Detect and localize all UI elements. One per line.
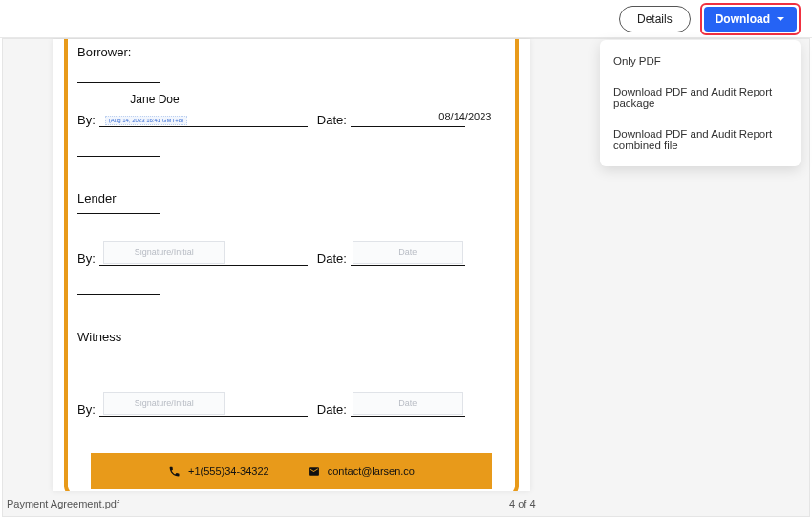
document-page[interactable]: Borrower: Jane Doe By: (Aug 14, 2023 16:… [53,39,530,491]
borrower-signature-stamp: (Aug 14, 2023 16:41 GMT+8) [105,116,187,125]
footer-email-value: contact@larsen.co [328,465,415,477]
document-filename: Payment Agreement.pdf [7,498,119,509]
witness-by-row: By: Signature/Initial Date: Date [77,398,505,417]
lender-extra-line [77,294,160,295]
lender-by-row: By: Signature/Initial Date: Date [77,247,505,266]
lender-date-label: Date: [317,251,347,266]
menu-item-only-pdf[interactable]: Only PDF [600,46,801,76]
page-content: Borrower: Jane Doe By: (Aug 14, 2023 16:… [64,39,519,491]
lender-name-line [77,213,160,214]
witness-date-label: Date: [317,402,347,417]
phone-icon [168,465,181,478]
download-button[interactable]: Download [704,7,797,32]
lender-signature-line: Signature/Initial [99,247,308,266]
download-button-label: Download [716,12,770,26]
witness-label: Witness [77,330,505,344]
mail-icon [308,465,320,478]
details-button[interactable]: Details [619,6,691,32]
witness-signature-placeholder[interactable]: Signature/Initial [103,392,225,415]
lender-by-label: By: [77,251,96,266]
download-menu: Only PDF Download PDF and Audit Report p… [600,40,801,166]
borrower-date-line: 08/14/2023 [351,108,465,127]
menu-item-pdf-audit-package[interactable]: Download PDF and Audit Report package [600,76,801,119]
witness-signature-line: Signature/Initial [99,398,308,417]
lender-date-placeholder[interactable]: Date [353,241,463,264]
lender-label: Lender [77,191,505,205]
borrower-signature-line: (Aug 14, 2023 16:41 GMT+8) [99,108,308,127]
borrower-by-row: By: (Aug 14, 2023 16:41 GMT+8) Date: 08/… [77,108,505,127]
menu-item-pdf-audit-combined[interactable]: Download PDF and Audit Report combined f… [600,119,801,161]
witness-by-label: By: [77,402,96,417]
witness-date-placeholder[interactable]: Date [353,392,463,415]
borrower-label: Borrower: [77,45,505,59]
download-button-highlight: Download [700,3,801,35]
witness-date-line: Date [351,398,465,417]
footer-phone-value: +1(555)34-34322 [188,465,269,477]
borrower-printed-name: Jane Doe [93,93,217,106]
page-indicator: 4 of 4 [509,498,536,509]
chevron-down-icon [776,14,785,24]
lender-signature-placeholder[interactable]: Signature/Initial [103,241,225,264]
borrower-by-label: By: [77,113,96,127]
borrower-date-value: 08/14/2023 [408,111,523,122]
page-footer-bar: +1(555)34-34322 contact@larsen.co [91,453,492,489]
top-toolbar: Details Download [0,0,812,38]
document-info-bar: Payment Agreement.pdf 4 of 4 [3,491,809,516]
lender-date-line: Date [351,247,465,266]
borrower-date-label: Date: [317,113,347,127]
footer-email: contact@larsen.co [308,465,415,478]
borrower-extra-line [77,156,160,157]
footer-phone: +1(555)34-34322 [168,465,269,478]
borrower-name-line [77,82,160,83]
